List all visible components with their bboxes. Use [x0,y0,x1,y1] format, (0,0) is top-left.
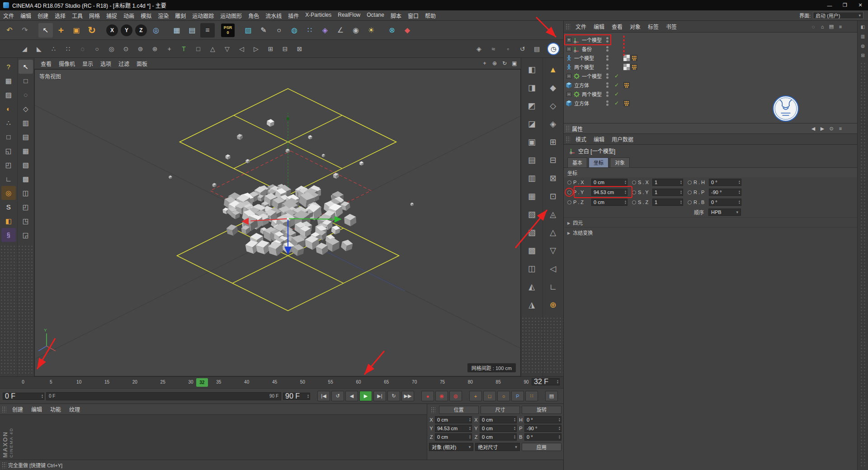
menu-item[interactable]: 书签 [662,23,680,30]
menu-item[interactable]: 用户数据 [608,135,637,143]
spinner[interactable] [468,418,472,422]
panel-grip[interactable] [431,407,435,413]
undo-button[interactable]: ↶ [2,23,17,38]
magnet-tool-icon[interactable]: ⊞ [264,43,277,55]
command-palette-icon[interactable]: ⊠ [544,169,561,187]
palette-icon[interactable]: ▧ [19,158,33,172]
spinner[interactable] [558,435,561,439]
find-icon[interactable]: ◌ [809,23,817,31]
command-palette-icon[interactable]: ▽ [544,242,561,260]
text-tool-icon[interactable]: T [177,43,190,55]
py-field[interactable]: 94.53 cm [591,189,627,196]
px-field[interactable]: 0 cm [591,179,627,186]
modeling-settings-icon[interactable]: ⊕ [544,296,561,314]
palette-icon[interactable]: ◰ [19,200,33,214]
go-to-end-button[interactable]: ▶▶ [401,391,414,401]
pan-view-icon[interactable]: + [480,59,489,68]
object-row[interactable]: 一个模型 [564,71,857,81]
close-button[interactable]: ✕ [853,0,868,10]
palette-icon[interactable]: ◍ [859,42,867,50]
command-palette-icon[interactable]: ◁ [544,260,561,278]
menu-item[interactable]: 窗口 [405,12,422,19]
redo-button[interactable]: ↷ [18,23,32,38]
command-palette-icon[interactable]: ⊡ [544,187,561,205]
xparticles-button[interactable]: ⊗ [385,23,399,38]
sx-field[interactable]: 1 [652,179,683,186]
realflow-button[interactable]: ◆ [400,23,415,38]
record-rotation-button[interactable]: ○ [497,391,510,401]
current-frame-field[interactable]: 32 F [532,378,560,385]
command-palette-icon[interactable]: ◇ [544,97,561,115]
add-environment-button[interactable]: ∠ [333,23,348,38]
menu-item[interactable]: 选项 [97,60,115,67]
keyframe-dot[interactable] [632,180,636,185]
maximize-button[interactable]: ❐ [837,0,853,10]
toggle-view-icon[interactable]: ▣ [510,59,519,68]
lock-x-axis-button[interactable]: X [106,24,118,36]
enabled-check-icon[interactable] [614,100,619,106]
add-spline-primitive-button[interactable]: ○ [272,23,286,38]
modeling-tool-icon[interactable]: ≈ [487,43,500,55]
command-palette-icon[interactable]: ◭ [523,278,540,296]
command-palette-icon[interactable]: ▨ [523,223,540,242]
interface-select[interactable]: 启动 (用户) [813,12,863,19]
panel-menu-icon[interactable]: ≡ [836,23,844,31]
spinner[interactable] [41,394,44,399]
modeling-tool-icon[interactable]: □ [192,43,205,55]
menu-item[interactable]: 显示 [79,60,97,67]
menu-item[interactable]: 编辑 [27,405,46,413]
visibility-dots[interactable] [606,64,609,70]
rp-field[interactable]: -90 ° [709,189,741,196]
tweak-mode-button[interactable]: ◰ [1,158,16,172]
panel-grip[interactable] [2,462,6,468]
menu-item[interactable]: 标签 [644,23,662,30]
menu-item[interactable]: 创建 [8,405,27,413]
workplane-icon[interactable]: ∟ [544,278,561,296]
modeling-tool-icon[interactable]: ∷ [61,43,75,55]
menu-item[interactable]: 查看 [608,23,626,30]
palette-icon[interactable]: ▥ [19,116,33,130]
playhead[interactable]: 32 [196,378,208,387]
lock-icon[interactable]: ⊙ [827,124,835,133]
menu-item[interactable]: 脚本 [387,12,405,19]
menu-item[interactable]: 模拟 [137,12,155,19]
coordinates-section-header[interactable]: 坐标 [564,167,857,177]
paint-setup-button[interactable]: ◧ [1,214,16,228]
spinner[interactable] [556,380,559,384]
particle-group-tag-icon[interactable] [623,82,630,88]
size-y-field[interactable]: 0 cm [480,425,517,432]
modeling-tool-icon[interactable]: + [163,43,176,55]
rotation-order-select[interactable]: HPB [708,209,741,216]
command-palette-icon[interactable]: ⊞ [544,133,561,151]
particle-group-tag-icon[interactable] [631,55,637,61]
record-scale-button[interactable]: □ [483,391,496,401]
modeling-tool-icon[interactable]: ◢ [18,43,31,55]
rh-field[interactable]: 0 ° [709,179,741,186]
go-to-start-button[interactable]: |◀ [317,391,330,401]
menu-item[interactable]: 插件 [285,12,302,19]
live-selection-tool[interactable]: ↖ [38,23,53,38]
snap-button[interactable]: S [1,200,16,214]
menu-item[interactable]: 流水线 [262,12,285,19]
panel-grip[interactable] [566,125,570,132]
modeling-tool-icon[interactable]: ◎ [105,43,118,55]
modeling-tool-icon[interactable]: △ [206,43,219,55]
modeling-tool-icon[interactable]: ◌ [76,43,89,55]
palette-icon[interactable]: ◫ [19,186,33,200]
spinner[interactable] [558,426,561,431]
spinner[interactable] [738,200,741,204]
texture-tag-icon[interactable] [623,64,630,70]
palette-icon[interactable]: ▦ [19,144,33,158]
menu-item[interactable]: 功能 [46,405,65,413]
command-palette-icon[interactable]: ◪ [523,115,540,133]
object-row[interactable]: 备份 [564,44,857,53]
particle-group-tag-icon[interactable] [631,64,637,70]
record-keyframe-button[interactable]: ● [421,391,434,401]
spinner[interactable] [468,435,472,439]
end-frame-field[interactable]: 90 F [283,393,310,400]
modeling-tool-icon[interactable]: ⊚ [134,43,147,55]
position-z-field[interactable]: 0 cm [435,433,472,441]
spinner[interactable] [679,190,683,195]
spinner[interactable] [738,190,741,195]
add-light-button[interactable]: ☀ [364,23,378,38]
